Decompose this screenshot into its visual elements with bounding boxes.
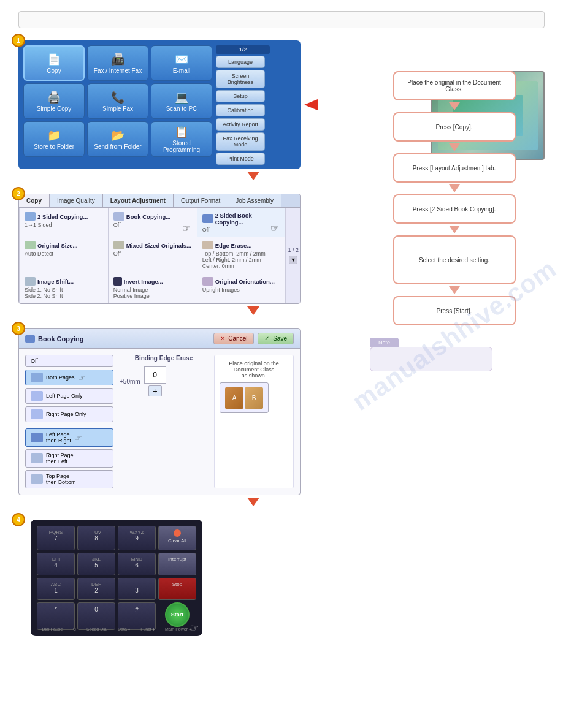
tab-image-quality[interactable]: Image Quality	[50, 194, 103, 207]
cell-invert[interactable]: Invert Image... Normal Image Positive Im…	[109, 273, 197, 303]
flow-box-2: Press [Copy].	[393, 112, 516, 142]
both-pages-icon	[31, 373, 43, 382]
menu-btn-email[interactable]: ✉️ E-mail	[151, 45, 212, 81]
dialog-header: Book Copying ✕ Cancel ✓ Save	[19, 329, 300, 349]
cell-book-copy[interactable]: Book Copying... Off ☞	[109, 208, 197, 237]
opt-left-only[interactable]: Left Page Only	[25, 388, 113, 404]
step1-number: 1	[12, 34, 25, 47]
flowchart: Place the original in the Document Glass…	[387, 34, 522, 325]
cell-mixed-size[interactable]: Mixed Sized Originals... Off	[109, 237, 197, 273]
save-icon: ✓	[264, 335, 269, 342]
sidebar-btn-brightness[interactable]: Screen Brightness	[216, 70, 265, 88]
opt-off[interactable]: Off	[25, 355, 113, 367]
step4-number: 4	[12, 513, 25, 526]
opt-top-then-bottom[interactable]: Top Page then Bottom	[25, 470, 113, 488]
both-left-row: Both Pages ☞	[25, 370, 113, 385]
key-1[interactable]: ABC 1	[37, 578, 75, 601]
lr-order-options: Left Page then Right ☞ Right Page then L…	[25, 428, 113, 488]
sidebar-btn-activity[interactable]: Activity Report	[216, 118, 265, 131]
lr-icon	[31, 433, 43, 442]
flow-box-5: Select the desired setting.	[393, 235, 516, 284]
sidebar-btn-language[interactable]: Language	[216, 56, 265, 68]
erase-value-display: 0	[144, 366, 166, 384]
copy-settings-screenshot: Copy Image Quality Layout Adjustment Out…	[18, 194, 301, 304]
orient-icon	[202, 277, 213, 286]
menu-btn-stored-prog[interactable]: 📋 Stored Programming	[151, 121, 212, 157]
cell-img-shift[interactable]: Image Shift... Side 1: No Shift Side 2: …	[20, 273, 108, 303]
erase-plus-button[interactable]: +	[148, 385, 162, 396]
cell-orig-size[interactable]: Original Size... Auto Detect	[20, 237, 108, 273]
key-stop[interactable]: Stop	[158, 578, 196, 601]
opt-right-only[interactable]: Right Page Only	[25, 406, 113, 422]
dialog-title: Book Copying	[25, 335, 84, 343]
dialog-actions: ✕ Cancel ✓ Save	[213, 333, 294, 344]
key-5[interactable]: JKL 5	[77, 553, 115, 575]
start-button[interactable]: Start	[165, 602, 190, 627]
place-original-instructions: Place original on the Document Glass as …	[214, 355, 294, 488]
cell-edge-erase[interactable]: Edge Erase... Top / Bottom: 2mm / 2mm Le…	[197, 237, 286, 273]
cursor-both: ☞	[78, 373, 86, 382]
menu-btn-simple-copy[interactable]: 🖨️ Simple Copy	[23, 83, 85, 119]
arrow-to-photo	[304, 99, 318, 110]
tab-layout[interactable]: Layout Adjustment	[103, 194, 174, 207]
sidebar-btn-calibration[interactable]: Calibration	[216, 104, 265, 116]
right-column: manualshhive.com Place the original in t…	[364, 34, 545, 636]
send-icon: 📂	[109, 129, 126, 142]
key-0[interactable]: 0	[77, 602, 115, 630]
opt-right-then-left[interactable]: Right Page then Left	[25, 449, 113, 468]
menu-btn-simple-fax[interactable]: 📞 Simple Fax	[87, 83, 148, 119]
key-3[interactable]: — 3	[118, 578, 156, 601]
key-7[interactable]: PQRS 7	[37, 526, 75, 550]
flow-arrow-3	[449, 184, 460, 192]
key-interrupt[interactable]: Interrupt	[158, 553, 196, 575]
key-star[interactable]: *	[37, 602, 75, 630]
page-order-options: Off Both Pages ☞	[25, 355, 113, 488]
cancel-button[interactable]: ✕ Cancel	[213, 333, 255, 344]
tab-output[interactable]: Output Format	[174, 194, 228, 207]
key-hash[interactable]: #	[118, 602, 156, 630]
2sided-icon	[25, 212, 36, 221]
order-list: Off Both Pages ☞	[25, 355, 113, 422]
tab-job[interactable]: Job Assembly	[228, 194, 282, 207]
menu-btn-fax[interactable]: 📠 Fax / Internet Fax	[87, 45, 148, 81]
step3-number: 3	[12, 322, 25, 335]
book-copy-icon	[113, 212, 124, 221]
cell-orientation[interactable]: Original Orientation... Upright Images	[197, 273, 286, 303]
img-shift-icon	[25, 277, 36, 286]
sidebar-btn-fax-mode[interactable]: Fax Receiving Mode	[216, 132, 265, 151]
data-label: Data ♦	[118, 627, 130, 631]
key-9[interactable]: WXYZ 9	[118, 526, 156, 550]
key-8[interactable]: TUV 8	[77, 526, 115, 550]
key-clear-all[interactable]: Clear All	[158, 526, 196, 550]
c-label: C	[73, 627, 76, 631]
key-6[interactable]: MNO 6	[118, 553, 156, 575]
page-nav-down[interactable]: ▼	[289, 256, 297, 264]
store-icon: 📁	[45, 129, 63, 142]
top-bar	[18, 11, 545, 28]
page-nav-indicator: 1 / 2	[288, 247, 299, 253]
cell-2sided[interactable]: 2 Sided Copying... 1→1 Sided	[20, 208, 108, 237]
menu-btn-copy[interactable]: 📄 Copy	[23, 45, 85, 81]
page-nav: 1 / 2 ▼	[286, 208, 300, 303]
opt-left-then-right[interactable]: Left Page then Right ☞	[25, 428, 113, 447]
menu-btn-store-folder[interactable]: 📁 Store to Folder	[23, 121, 85, 157]
simple-copy-icon: 🖨️	[45, 91, 63, 104]
opt-both-pages[interactable]: Both Pages ☞	[25, 370, 113, 385]
erase-controls: +50mm 0 + -	[120, 366, 208, 396]
key-2[interactable]: DEF 2	[77, 578, 115, 601]
sidebar-btn-print-mode[interactable]: Print Mode	[216, 153, 265, 165]
menu-btn-send-folder[interactable]: 📂 Send from Folder	[87, 121, 148, 157]
simple-fax-icon: 📞	[109, 91, 126, 104]
email-icon: ✉️	[173, 53, 190, 66]
key-4[interactable]: GHI 4	[37, 553, 75, 575]
binding-erase-section: Binding Edge Erase +50mm 0 + -	[120, 355, 208, 488]
main-menu-screenshot: 📄 Copy 📠 Fax / Internet Fax ✉️ E-mail	[18, 40, 301, 169]
right-only-icon	[31, 409, 43, 419]
save-button[interactable]: ✓ Save	[258, 333, 294, 344]
cell-2sided-book[interactable]: 2 Sided Book Copying... Off ☞	[197, 208, 286, 237]
sidebar-btn-setup[interactable]: Setup	[216, 90, 265, 102]
stored-prog-icon: 📋	[173, 125, 190, 138]
menu-btn-scan-to-pc[interactable]: 💻 Scan to PC	[151, 83, 212, 119]
step3-block: 3 Book Copying ✕ Cancel	[18, 328, 353, 506]
note-box	[370, 347, 492, 371]
